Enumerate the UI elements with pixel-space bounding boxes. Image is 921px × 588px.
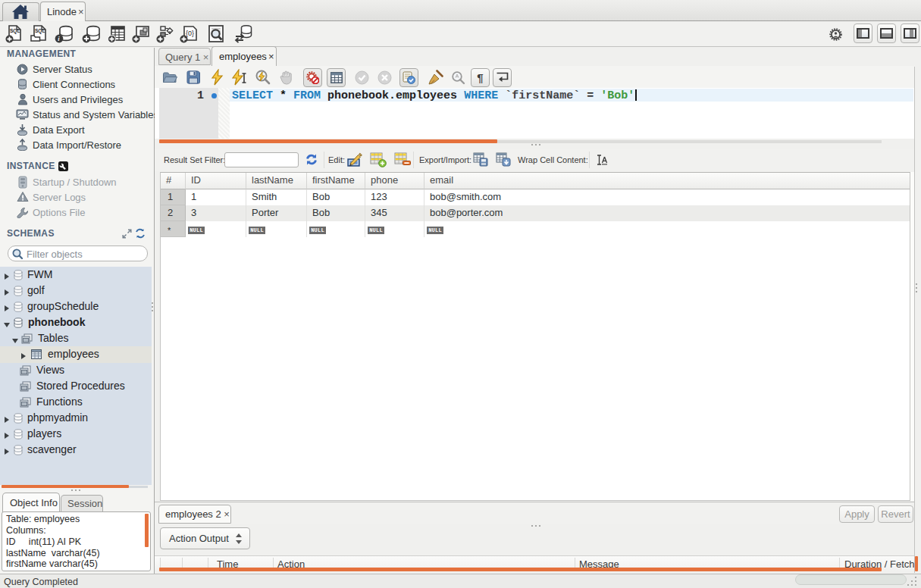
- svg-text:SQL: SQL: [10, 28, 20, 34]
- svg-text:{0}: {0}: [186, 30, 194, 37]
- svg-text:SQL: SQL: [35, 28, 45, 34]
